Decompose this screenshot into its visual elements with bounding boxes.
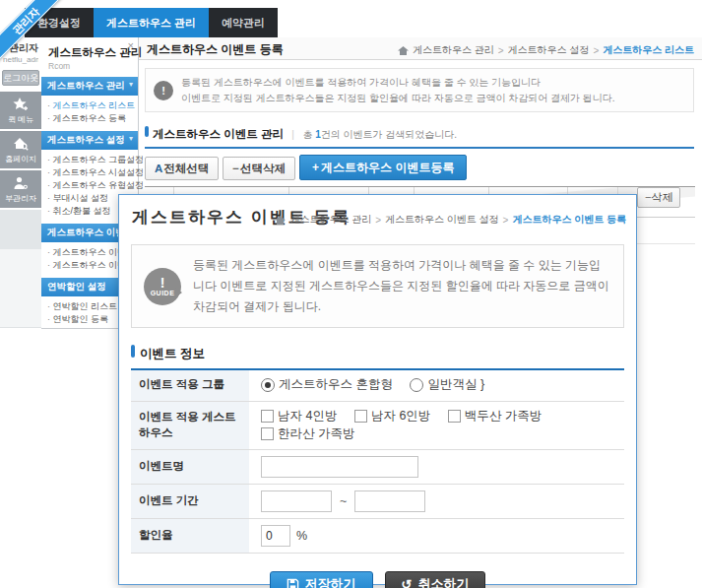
event-register-modal: 게스트하우스 이벤트 등록 게스트하우스 관리 > 게스트하우스 이벤트 설정 …	[118, 194, 637, 585]
logout-button[interactable]: 로그아웃	[2, 70, 39, 86]
plus-icon: +	[312, 161, 319, 174]
save-button[interactable]: 저장하기	[270, 571, 373, 588]
select-all-button[interactable]: A전체선택	[145, 157, 219, 180]
field-label-event-name: 이벤트명	[131, 449, 249, 484]
subadmin-button[interactable]: 부관리자	[0, 170, 41, 208]
modal-guide-text: 등록된 게스트하우스에 이벤트를 적용하여 가격이나 혜택을 줄 수 있는 기능…	[193, 255, 611, 317]
star-plus-icon	[13, 97, 29, 112]
checkbox-hallasan-family[interactable]: 한라산 가족방	[261, 425, 354, 442]
cancel-button[interactable]: ↺ 취소하기	[385, 571, 486, 588]
section-bullet	[145, 126, 149, 137]
quick-menu-label: 퀵 메뉴	[8, 114, 33, 125]
home-icon	[398, 46, 409, 55]
sidebar-section-guesthouse-mgmt[interactable]: 게스트하우스 관리 ▾	[41, 77, 138, 96]
list-section-title: 게스트하우스 이벤트 관리	[153, 128, 284, 140]
breadcrumb-item[interactable]: 게스트하우스 관리	[413, 43, 494, 57]
rail-filler-light	[0, 249, 41, 328]
radio-guesthouse-mixed[interactable]: 게스트하우스 혼합형	[261, 376, 393, 393]
chevron-down-icon: ▾	[129, 80, 133, 89]
discount-rate-input[interactable]	[261, 525, 290, 547]
sidebar-item-guesthouse-register[interactable]: 게스트하우스 등록	[47, 112, 136, 125]
chevron-down-icon: ▾	[129, 134, 133, 143]
homepage-button[interactable]: 홈페이지	[0, 131, 41, 168]
sidebar-item-guesthouse-list[interactable]: 게스트하우스 리스트	[47, 99, 136, 112]
modal-actions: 저장하기 ↺ 취소하기	[119, 571, 636, 588]
field-label-apply-group: 이벤트 적용 그룹	[131, 370, 249, 401]
undo-icon: ↺	[402, 578, 413, 588]
list-toolbar: A전체선택 −선택삭제 +게스트하우스 이벤트등록	[145, 155, 694, 180]
row-delete-button[interactable]: −삭제	[637, 187, 680, 208]
field-label-discount-rate: 할인율	[131, 518, 249, 553]
home-search-icon	[13, 136, 29, 152]
event-form: 이벤트 적용 그룹 게스트하우스 혼합형 일반객실 } 이벤트 적용 게스트하우…	[131, 370, 624, 554]
event-name-input[interactable]	[261, 456, 418, 478]
field-label-apply-guesthouse: 이벤트 적용 게스트하우스	[131, 401, 249, 449]
close-icon[interactable]: ×	[128, 40, 134, 50]
checkbox-icon	[261, 410, 274, 423]
breadcrumb-item-current: 게스트하우스 이벤트 등록	[512, 213, 626, 227]
form-section-header: 이벤트 정보	[131, 344, 624, 370]
rail-filler	[0, 210, 41, 249]
home-icon	[275, 216, 286, 225]
period-start-input[interactable]	[261, 490, 332, 512]
period-end-input[interactable]	[354, 490, 425, 512]
nav-item-reservation[interactable]: 예약관리	[209, 8, 278, 37]
percent-unit: %	[296, 529, 307, 543]
left-rail: 관리자 netflu_admin 로그아웃 퀵 메뉴 홈페이지 부관리자	[0, 37, 41, 328]
modal-breadcrumb: 게스트하우스 관리 > 게스트하우스 이벤트 설정 > 게스트하우스 이벤트 등…	[275, 213, 626, 227]
homepage-label: 홈페이지	[5, 154, 36, 164]
modal-guide-box: ! GUIDE 등록된 게스트하우스에 이벤트를 적용하여 가격이나 혜택을 줄…	[131, 244, 624, 328]
checkbox-icon	[354, 410, 367, 423]
breadcrumb-item[interactable]: 게스트하우스 이벤트 설정	[385, 213, 499, 227]
guide-line-2: 이벤트로 지정된 게스트하우스들은 지정된 할인율에 따라 자동으로 금액이 차…	[181, 91, 615, 106]
checkbox-baekdusan-family[interactable]: 백두산 가족방	[448, 408, 542, 425]
user-id: netflu_admin	[3, 55, 38, 64]
top-navigation: 환경설정 게스트하우스 관리 예약관리	[25, 8, 278, 37]
list-section-header: 게스트하우스 이벤트 관리 | 총 1건의 이벤트가 검색되었습니다.	[145, 124, 694, 149]
person-gear-icon	[13, 175, 29, 191]
guide-icon: !	[154, 81, 173, 100]
sidebar-item-group-setting[interactable]: 게스트하우스 그룹설정	[47, 154, 136, 166]
checkbox-icon	[448, 410, 461, 423]
page-title: 게스트하우스 이벤트 등록	[147, 41, 284, 58]
checkbox-male-4[interactable]: 남자 4인방	[261, 408, 337, 425]
checkbox-icon	[261, 427, 274, 440]
radio-general-room[interactable]: 일반객실 }	[410, 376, 484, 393]
guide-bubble-icon: ! GUIDE	[144, 268, 181, 305]
sidebar-item-facility-setting[interactable]: 게스트하우스 시설설정	[47, 166, 136, 179]
breadcrumb-item-current: 게스트하우스 리스트	[603, 43, 694, 57]
guide-line-1: 등록된 게스트하우스에 이벤트를 적용하여 가격이나 혜택을 줄 수 있는 기능…	[181, 75, 615, 91]
save-icon	[287, 578, 299, 588]
result-count-text: 총 1건의 이벤트가 검색되었습니다.	[302, 129, 457, 140]
breadcrumb-item[interactable]: 게스트하우스 관리	[289, 213, 371, 227]
quick-menu-button[interactable]: 퀵 메뉴	[0, 92, 41, 129]
delete-selected-button[interactable]: −선택삭제	[223, 157, 295, 180]
breadcrumb-item[interactable]: 게스트하우스 설정	[508, 43, 590, 57]
radio-icon	[410, 378, 423, 392]
field-label-event-period: 이벤트 기간	[131, 484, 249, 518]
nav-item-guesthouse[interactable]: 게스트하우스 관리	[94, 8, 209, 37]
minus-icon: −	[232, 163, 239, 174]
form-section-title: 이벤트 정보	[140, 347, 205, 360]
sidebar-section-guesthouse-settings[interactable]: 게스트하우스 설정 ▾	[41, 131, 138, 150]
checkbox-male-6[interactable]: 남자 6인방	[354, 408, 430, 425]
sidebar-item-type-setting[interactable]: 게스트하우스 유형설정	[47, 179, 136, 192]
select-all-icon: A	[155, 163, 162, 174]
sidebar-subtitle: Rcom	[41, 61, 138, 77]
subadmin-label: 부관리자	[5, 193, 36, 204]
page-guide-box: ! 등록된 게스트하우스에 이벤트를 적용하여 가격이나 혜택을 줄 수 있는 …	[145, 68, 694, 112]
app-window: 관리자 환경설정 게스트하우스 관리 예약관리 관리자 netflu_admin…	[0, 0, 702, 588]
radio-icon	[261, 378, 275, 392]
add-event-button[interactable]: +게스트하우스 이벤트등록	[299, 155, 467, 180]
section-bullet	[131, 345, 135, 358]
breadcrumb: 게스트하우스 관리 > 게스트하우스 설정 > 게스트하우스 리스트	[398, 43, 694, 57]
